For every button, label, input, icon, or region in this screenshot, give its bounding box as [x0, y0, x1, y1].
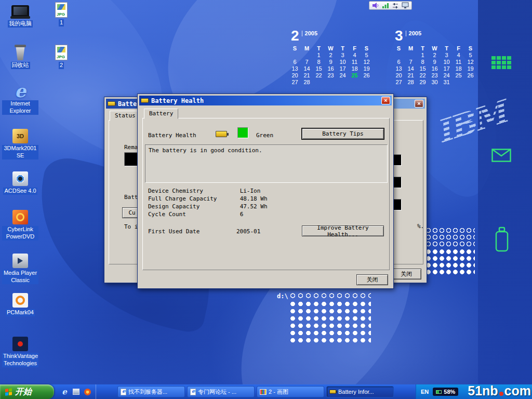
calendar-day: 16	[325, 65, 337, 72]
calendar-day: 12	[464, 58, 476, 65]
battery-health-titlebar[interactable]: Battery Health	[139, 96, 392, 105]
close-button[interactable]: 关闭	[391, 269, 421, 280]
battery-icon	[141, 98, 149, 103]
speaker-icon[interactable]	[372, 2, 379, 9]
calendar-day: 10	[337, 58, 349, 65]
calendar-day: 9	[429, 58, 441, 65]
calendar-day-header: W	[429, 45, 441, 51]
3dmark-icon: 3D	[12, 127, 28, 143]
calendar-day: 11	[349, 58, 361, 65]
volume-bars-icon[interactable]	[382, 2, 389, 9]
osd-toolbar	[369, 1, 412, 10]
powerdvd-icon	[12, 208, 28, 224]
close-icon[interactable]	[415, 100, 423, 108]
spec-row: Design Capacity 47.52 Wh	[148, 203, 268, 211]
desktop-icon-3[interactable]: 3D 3DMark2001 SE	[1, 127, 39, 159]
calendar-day: 14	[405, 65, 417, 72]
calendar-month: 2	[291, 29, 299, 43]
spec-row: Cycle Count 6	[148, 211, 268, 219]
pcmark-icon	[12, 291, 28, 308]
desktop-icon-0[interactable]: 我的电脑	[1, 2, 39, 28]
desktop-icon-7[interactable]: PCMark04	[1, 291, 39, 316]
media-player-icon[interactable]	[83, 388, 91, 396]
tab-status[interactable]: Status	[110, 111, 141, 121]
calendar-day: 21	[301, 72, 313, 78]
calendar-day: 30	[429, 78, 441, 85]
calendar-day: 11	[453, 58, 464, 65]
calendar-day: 7	[301, 58, 313, 65]
calendar-day: 20	[289, 72, 301, 78]
calendar-day: 19	[361, 65, 373, 72]
calendar-day	[405, 51, 417, 58]
envelope-icon	[491, 149, 511, 164]
calendar-day	[337, 78, 349, 85]
language-indicator[interactable]: EN	[421, 389, 429, 395]
calendar-day	[325, 78, 337, 85]
calendar-day-header: F	[349, 45, 361, 51]
ie-page-icon	[121, 389, 126, 395]
internet-explorer-icon[interactable]: e	[60, 388, 69, 396]
calendar-day: 15	[417, 65, 429, 72]
window-title: Battery Health	[151, 97, 204, 104]
calendar-day	[464, 78, 476, 85]
desktop-icon-column: 我的电脑 回收站 e Internet Explorer 3D 3DMark20…	[1, 0, 39, 399]
spec-label: Full Charge Capacity	[148, 195, 236, 202]
spec-row: Full Charge Capacity 48.18 Wh	[148, 195, 268, 203]
desktop-icon-2[interactable]: e Internet Explorer	[1, 82, 39, 115]
close-button[interactable]: 关闭	[356, 274, 388, 285]
desktop-icon-label: CyberLink PowerDVD	[2, 226, 38, 241]
sliders-icon[interactable]	[392, 2, 399, 9]
desktop-icon-6[interactable]: Media Player Classic	[1, 251, 39, 284]
calendar-header: 2 2005	[291, 29, 374, 43]
calendar-day: 25	[349, 72, 361, 78]
calendar-day-header: S	[393, 45, 405, 51]
taskbar-task-0[interactable]: 找不到服务器...	[117, 386, 185, 397]
calendar-3-2005: 3 2005 SMTWTFS12345678910111213141516171…	[393, 29, 478, 85]
my-computer-icon	[11, 2, 29, 19]
desktop-icon-label: 1	[59, 19, 64, 26]
taskbar-task-3[interactable]: Battery Infor...	[326, 386, 394, 397]
desktop-icon-label: Internet Explorer	[2, 100, 38, 115]
jpg-file-1[interactable]: JPG 2	[48, 44, 75, 69]
calendar-day: 18	[349, 65, 361, 72]
desktop: IBM d:\ 2 2005 SMTWTFS123456789101112131…	[0, 0, 532, 399]
drive-label: d:\	[277, 292, 288, 300]
show-desktop-icon[interactable]	[72, 388, 80, 396]
desktop-icon-4[interactable]: ACDSee 4.0	[1, 169, 39, 195]
desktop-icon-5[interactable]: CyberLink PowerDVD	[1, 208, 39, 241]
improve-battery-health-button[interactable]: Improve Battery Health...	[302, 225, 384, 236]
calendar-day-header: W	[325, 45, 337, 51]
calendar-day: 5	[464, 51, 476, 58]
calendar-year: 2005	[302, 31, 317, 36]
taskbar-task-2[interactable]: 2 - 画图	[257, 386, 324, 397]
dot-grid	[289, 300, 371, 345]
jpg-icon-column: JPG 1 JPG 2	[48, 0, 75, 399]
jpg-file-icon: JPG	[55, 44, 68, 60]
desktop-icon-1[interactable]: 回收站	[1, 44, 39, 69]
calendar-day-header: T	[441, 45, 453, 51]
dot-grid	[425, 227, 475, 248]
start-button[interactable]: 开始	[0, 384, 54, 399]
watermark-dot	[499, 392, 503, 396]
calendar-day: 1	[417, 51, 429, 58]
tray-battery[interactable]: 58%	[433, 388, 458, 396]
battery-percent: 58%	[444, 389, 455, 395]
spec-value: 48.18 Wh	[240, 195, 268, 202]
tab-battery[interactable]: Battery	[144, 109, 178, 119]
spec-label: Cycle Count	[148, 211, 236, 218]
calendar-day: 1	[313, 51, 325, 58]
jpg-file-0[interactable]: JPG 1	[48, 1, 75, 26]
display-icon[interactable]	[402, 2, 409, 9]
battery-tips-button[interactable]: Battery Tips	[302, 128, 384, 139]
calendar-day: 13	[393, 65, 405, 72]
calendar-day: 13	[289, 65, 301, 72]
desktop-icon-8[interactable]: ThinkVantage Technologies	[1, 335, 39, 367]
calendar-day-header: T	[337, 45, 349, 51]
calendar-day	[361, 78, 373, 85]
internet-explorer-icon: e	[15, 82, 26, 99]
close-icon[interactable]	[381, 97, 390, 104]
taskbar-task-1[interactable]: 专门网论坛 - ...	[187, 386, 255, 397]
calendar-day: 23	[325, 72, 337, 78]
calendar-day: 14	[301, 65, 313, 72]
battery-gauge-box	[124, 152, 138, 166]
